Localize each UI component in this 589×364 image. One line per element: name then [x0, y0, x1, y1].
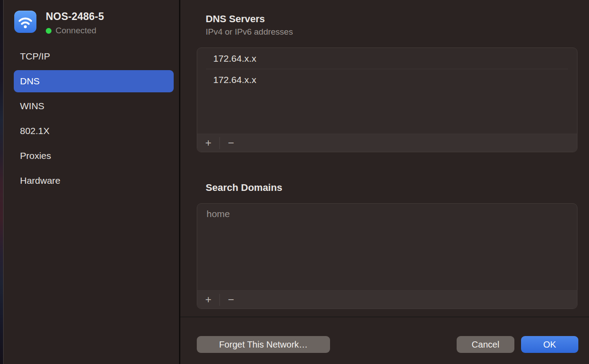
add-dns-server-button[interactable]: + — [197, 134, 219, 152]
network-meta: NOS-2486-5 Connected — [46, 11, 104, 36]
search-domains-toolbar: + − — [197, 290, 577, 309]
sidebar-item-proxies[interactable]: Proxies — [14, 143, 174, 168]
dns-server-value: 172.64.x.x — [213, 53, 256, 64]
ok-button[interactable]: OK — [521, 336, 578, 353]
desktop-edge — [0, 0, 4, 364]
network-details-dialog: NOS-2486-5 Connected TCP/IP DNS WINS 802… — [0, 0, 589, 364]
sidebar-menu: TCP/IP DNS WINS 802.1X Proxies Hardware — [14, 44, 174, 193]
content-footer-divider — [180, 317, 589, 317]
sidebar-item-hardware[interactable]: Hardware — [14, 168, 174, 193]
dns-servers-subtitle: IPv4 or IPv6 addresses — [206, 27, 293, 37]
connected-dot-icon — [46, 28, 52, 34]
dns-server-row[interactable]: 172.64.x.x — [197, 69, 577, 90]
dns-servers-list: 172.64.x.x 172.64.x.x + − — [197, 47, 577, 152]
sidebar-item-wins[interactable]: WINS — [14, 94, 174, 119]
remove-dns-server-button[interactable]: − — [220, 134, 242, 152]
search-domain-row[interactable]: home — [197, 204, 577, 224]
search-domains-list: home + − — [197, 203, 577, 309]
network-name: NOS-2486-5 — [46, 11, 104, 23]
dns-server-value: 172.64.x.x — [213, 75, 256, 85]
remove-search-domain-button[interactable]: − — [220, 291, 242, 309]
dns-list-toolbar: + − — [197, 134, 577, 152]
sidebar-item-tcpip[interactable]: TCP/IP — [14, 44, 174, 69]
cancel-button[interactable]: Cancel — [457, 336, 514, 353]
dns-servers-title: DNS Servers — [206, 13, 265, 25]
connected-label: Connected — [56, 26, 96, 36]
search-domain-value: home — [207, 209, 230, 219]
network-status: Connected — [46, 26, 104, 36]
dns-settings-panel: DNS Servers IPv4 or IPv6 addresses 172.6… — [180, 0, 589, 364]
forget-network-button[interactable]: Forget This Network… — [197, 336, 330, 353]
sidebar: NOS-2486-5 Connected TCP/IP DNS WINS 802… — [4, 0, 179, 364]
add-search-domain-button[interactable]: + — [197, 291, 219, 309]
search-domains-title: Search Domains — [206, 182, 282, 194]
network-header: NOS-2486-5 Connected — [14, 11, 104, 36]
wifi-icon — [14, 11, 36, 33]
sidebar-item-8021x[interactable]: 802.1X — [14, 119, 174, 143]
sidebar-item-dns[interactable]: DNS — [14, 70, 174, 92]
dns-server-row[interactable]: 172.64.x.x — [197, 48, 577, 69]
